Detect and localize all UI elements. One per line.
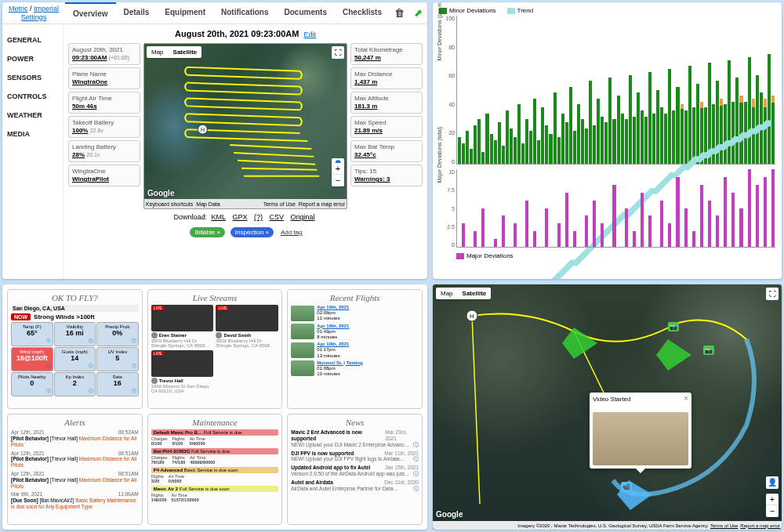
close-icon[interactable]: × xyxy=(684,394,688,403)
tab-overview[interactable]: Overview xyxy=(65,2,115,24)
maintenance-item[interactable]: Mavic Air 2 Full Service is due soonFlig… xyxy=(151,486,279,502)
weather-cell[interactable]: Wind (mph)16@100ftⓘ xyxy=(11,347,53,371)
zoom-out-icon[interactable]: − xyxy=(766,505,779,517)
tab-documents[interactable]: Documents xyxy=(277,2,335,24)
fullscreen-icon[interactable]: ⛶ xyxy=(332,46,344,59)
zoom-control[interactable]: +− xyxy=(766,494,779,517)
weather-cell[interactable]: Pilots Nearby0ⓘ xyxy=(11,372,53,396)
sidenav-power[interactable]: POWER xyxy=(2,49,63,68)
gpx-help[interactable]: (?) xyxy=(254,213,263,221)
widget-title: Live Streams xyxy=(151,293,279,302)
map-data[interactable]: Map Data xyxy=(196,201,220,207)
sidenav-controls[interactable]: CONTROLS xyxy=(2,87,63,106)
alert-item[interactable]: Apr 12th, 202108:51AM[Pilot Behavior] [T… xyxy=(11,471,139,489)
condition-text: Strong Winds >100ft xyxy=(34,313,95,320)
stream-item[interactable]: LIVEEren Steiner3509 Blueberry Hill Dr S… xyxy=(151,305,214,348)
map-type-toggle[interactable]: Map Satellite xyxy=(147,46,201,58)
widget-title: Recent Flights xyxy=(291,293,419,302)
alert-item[interactable]: Apr 12th, 202108:52AM[Pilot Behavior] [T… xyxy=(11,429,139,447)
terms-link[interactable]: Terms of Use xyxy=(263,201,296,207)
weather-cell[interactable]: Sats16ⓘ xyxy=(96,372,139,396)
maintenance-item[interactable]: P4 Advanced Basic Service is due soonFli… xyxy=(151,467,279,483)
sidenav-general[interactable]: GENERAL xyxy=(2,31,63,49)
stream-item[interactable]: LIVEDavid Smith3509 Blueberry Hill Dr Sh… xyxy=(216,305,278,348)
maptype-satellite[interactable]: Satellite xyxy=(169,46,202,58)
track-map-panel[interactable]: H 📷 📷 📹 Map Satellite ⛶ +− 👤 × Video Sta… xyxy=(433,284,782,530)
sidenav-weather[interactable]: WEATHER xyxy=(2,106,63,125)
alert-item[interactable]: Mar 8th, 202111:06AM[Due Soon] [Bat-Mavi… xyxy=(11,491,139,509)
download-original[interactable]: Original xyxy=(291,213,315,221)
news-item[interactable]: Updated Android app to fix AutelJan 15th… xyxy=(291,465,419,477)
stat-card[interactable]: Landing Battery28% 20.1v xyxy=(68,140,140,162)
maptype-map[interactable]: Map xyxy=(147,46,169,58)
zoom-in-icon[interactable]: + xyxy=(766,494,779,505)
flight-map[interactable]: H Map Satellite ⛶ 👤 +− Google Keyboard s… xyxy=(143,43,347,209)
news-item[interactable]: DJI FPV is now supportedMar 11th, 2021NE… xyxy=(291,451,419,463)
recent-flight-item[interactable]: Morenci St. | Testing01:08pm10 minutes xyxy=(291,360,419,378)
stat-card[interactable]: Max Altitude181.3 m xyxy=(350,92,423,114)
tab-notifications[interactable]: Notifications xyxy=(213,2,277,24)
fullscreen-icon[interactable]: ⛶ xyxy=(766,288,779,300)
news-item[interactable]: Mavic 2 Ent Advanced is now supportedMar… xyxy=(291,429,419,447)
popup-thumbnail[interactable] xyxy=(593,412,688,465)
maintenance-item[interactable]: Default Mavic Pro B… Full Service is due… xyxy=(151,429,279,446)
kb-shortcuts[interactable]: Keyboard shortcuts xyxy=(146,201,193,207)
add-tag-link[interactable]: Add tag xyxy=(281,229,303,236)
weather-cell[interactable]: Precip Prob0%ⓘ xyxy=(96,322,139,346)
stat-card[interactable]: Max Distance1,437 m xyxy=(350,67,423,89)
stat-card[interactable]: Flight Air Time50m 46s xyxy=(68,92,140,114)
zoom-control[interactable]: +− xyxy=(332,163,344,186)
stat-card[interactable]: WingtraOneWingtraPilot xyxy=(68,165,140,186)
unit-toggle[interactable]: Metric / Imperial Settings xyxy=(2,3,65,24)
sidenav-sensors[interactable]: SENSORS xyxy=(2,68,63,87)
report-link[interactable]: Report a map error xyxy=(299,201,345,207)
now-badge: NOW xyxy=(11,313,31,320)
terms-link[interactable]: Terms of Use xyxy=(710,523,738,528)
sidenav-media[interactable]: MEDIA xyxy=(2,125,63,143)
location-text: San Diego, CA, USA xyxy=(11,305,139,312)
recent-flight-item[interactable]: Apr 10th, 202101:43pm8 minutes xyxy=(291,324,419,341)
download-csv[interactable]: CSV xyxy=(270,213,285,221)
tab-details[interactable]: Details xyxy=(116,2,158,24)
weather-cell[interactable]: Gusts (mph)14ⓘ xyxy=(54,347,96,371)
zoom-out-icon[interactable]: − xyxy=(332,175,344,186)
camera-icon[interactable]: 📷 xyxy=(703,346,714,355)
weather-cell[interactable]: Visibility16 miⓘ xyxy=(54,322,96,346)
camera-icon[interactable]: 📷 xyxy=(668,322,679,331)
video-icon[interactable]: 📹 xyxy=(621,482,632,491)
maintenance-item[interactable]: Bat-PH4-31003G Full Service is dueCharge… xyxy=(151,448,279,465)
trash-icon[interactable]: 🗑 xyxy=(392,6,406,20)
news-item[interactable]: Autel and AirdataDec 21st, 2020AirData a… xyxy=(291,480,419,492)
stat-card[interactable]: Total Kilometrage50,247 m xyxy=(350,43,423,65)
tag-inspection[interactable]: Inspection × xyxy=(230,227,274,237)
weather-cell[interactable]: Temp (F)65°ⓘ xyxy=(11,322,53,346)
alert-item[interactable]: Apr 12th, 202108:51AM[Pilot Behavior] [T… xyxy=(11,451,139,469)
share-icon[interactable]: ⬈ xyxy=(411,6,425,20)
streams-grid: LIVEEren Steiner3509 Blueberry Hill Dr S… xyxy=(151,305,279,393)
stat-card[interactable]: Takeoff Battery100% 22.6v xyxy=(68,116,140,138)
zoom-in-icon[interactable]: + xyxy=(332,163,344,175)
weather-cell[interactable]: UV Index5ⓘ xyxy=(96,347,139,371)
tag-billable[interactable]: Billable × xyxy=(190,227,225,237)
stat-card[interactable]: Tips: 15Warnings: 3 xyxy=(350,165,423,186)
report-link[interactable]: Report a map error xyxy=(740,523,780,528)
stat-card[interactable]: August 20th, 202109:23:00AM (+01:00) xyxy=(68,43,140,65)
maptype-map[interactable]: Map xyxy=(436,288,458,299)
stream-item[interactable]: LIVETrevor Hall1946 Morenci St San Diego… xyxy=(151,350,214,393)
recent-flight-item[interactable]: Apr 10th, 202101:17pm13 minutes xyxy=(291,342,419,359)
tab-checklists[interactable]: Checklists xyxy=(335,2,390,24)
stat-card[interactable]: Plane NameWingtraOne xyxy=(68,67,140,89)
maptype-satellite[interactable]: Satellite xyxy=(458,288,492,299)
minor-deviations-chart: Minor Deviations (per min) 100806040200 xyxy=(456,16,775,165)
stat-card[interactable]: Max Speed21.89 m/s xyxy=(350,116,423,138)
tab-equipment[interactable]: Equipment xyxy=(157,2,213,24)
edit-link[interactable]: Edit xyxy=(303,31,316,38)
download-kml[interactable]: KML xyxy=(211,213,226,221)
weather-cell[interactable]: Kp Index2ⓘ xyxy=(54,372,96,396)
recent-flight-item[interactable]: Apr 10th, 202102:09pm11 minutes xyxy=(291,305,419,322)
streetview-icon[interactable]: 👤 xyxy=(766,476,779,489)
map-type-toggle[interactable]: Map Satellite xyxy=(436,288,491,299)
stat-card[interactable]: Max Bat Temp32.45°c xyxy=(350,140,423,162)
download-gpx[interactable]: GPX xyxy=(232,213,247,221)
now-row: NOW Strong Winds >100ft xyxy=(11,313,139,320)
